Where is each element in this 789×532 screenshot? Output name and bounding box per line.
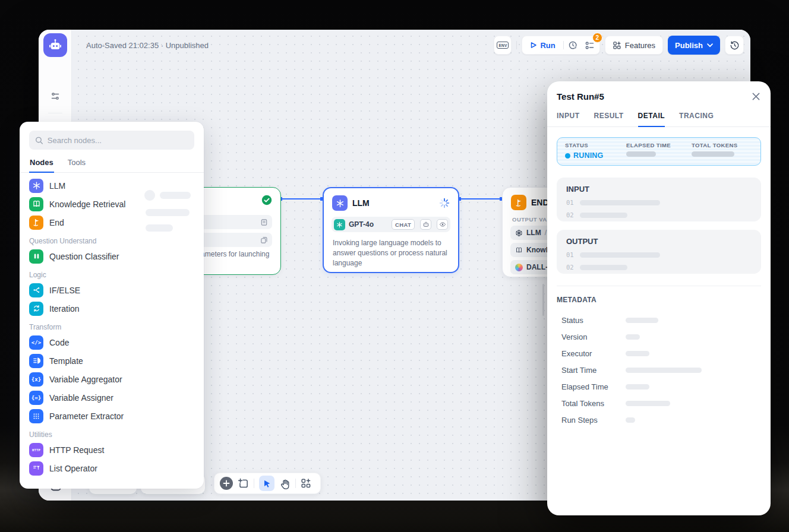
node-item-label: LLM (49, 181, 65, 191)
node-item-label: Variable Aggregator (49, 375, 122, 384)
separator: / (545, 229, 547, 237)
tab-tracing[interactable]: TRACING (679, 107, 714, 126)
copy-field-icon (260, 236, 268, 244)
skeleton-loader (626, 368, 702, 373)
metadata-label: Elapsed Time (561, 382, 621, 391)
if-else-icon (29, 283, 43, 297)
env-button[interactable]: ENV (494, 36, 512, 55)
scrollbar[interactable] (542, 284, 544, 316)
node-item-label: Iteration (49, 304, 80, 314)
success-check-icon (261, 195, 272, 208)
node-item-variable-assigner[interactable]: {=} Variable Assigner (24, 388, 199, 407)
section-utilities: Utilities (29, 430, 194, 439)
llm-node-title: LLM (352, 198, 370, 208)
input-section: INPUT 01 02 (557, 178, 761, 221)
node-item-question-classifier[interactable]: Question Classifier (24, 247, 199, 265)
row-number: 02 (566, 264, 574, 271)
metadata-row: Elapsed Time (557, 378, 761, 395)
tab-result[interactable]: RESULT (594, 107, 624, 126)
field-icon (260, 218, 268, 226)
agent-badge (420, 219, 431, 230)
skeleton-loader (626, 351, 649, 356)
node-item-label: IF/ELSE (49, 286, 80, 295)
hand-icon (279, 478, 291, 489)
run-button[interactable]: Run (523, 36, 561, 54)
close-button[interactable] (752, 93, 760, 100)
features-icon (613, 41, 621, 50)
node-item-parameter-extractor[interactable]: Parameter Extractor (24, 407, 199, 425)
node-item-list-operator[interactable]: List Operator (24, 459, 199, 477)
search-icon (35, 136, 43, 145)
skeleton-loader (626, 151, 656, 157)
http-request-icon: HTTP (29, 443, 43, 457)
hand-mode-button[interactable] (279, 478, 291, 489)
metadata-row: Status (557, 312, 761, 328)
node-item-label: Code (49, 338, 69, 347)
sliders-icon[interactable] (51, 91, 60, 103)
canvas-toolbar (214, 473, 321, 494)
total-tokens-label: TOTAL TOKENS (692, 142, 737, 148)
parameter-extractor-icon (29, 409, 43, 423)
node-item-http-request[interactable]: HTTP HTTP Request (24, 441, 199, 459)
template-icon (29, 354, 43, 368)
search-box[interactable] (29, 131, 194, 150)
cursor-icon (263, 479, 272, 488)
history-icon (730, 40, 740, 50)
row-number: 02 (566, 211, 574, 218)
node-preview-skeleton (144, 190, 198, 240)
history-button[interactable] (725, 36, 744, 55)
node-item-variable-aggregator[interactable]: {x} Variable Aggregator (24, 370, 199, 388)
edge-start-llm (281, 198, 323, 200)
tab-nodes[interactable]: Nodes (29, 156, 54, 173)
input-title: INPUT (566, 185, 752, 194)
skeleton-loader (580, 252, 660, 258)
organize-nodes-button[interactable] (301, 478, 311, 489)
pointer-mode-button[interactable] (259, 476, 274, 491)
code-icon: </> (29, 335, 43, 350)
publish-button[interactable]: Publish (668, 36, 720, 55)
add-node-button[interactable] (220, 477, 233, 490)
node-item-code[interactable]: </> Code (24, 333, 199, 352)
skeleton-loader (580, 213, 627, 218)
note-add-icon (238, 478, 249, 489)
variable-assigner-icon: {=} (29, 391, 43, 405)
test-run-title: Test Run#5 (557, 91, 604, 102)
metadata-row: Total Tokens (557, 395, 761, 411)
variable-node-name: LLM (526, 229, 541, 237)
tab-detail[interactable]: DETAIL (638, 107, 665, 127)
node-item-iteration[interactable]: Iteration (24, 299, 199, 318)
node-item-if-else[interactable]: IF/ELSE (24, 281, 199, 299)
row-number: 01 (566, 251, 574, 258)
clock-run-icon (568, 40, 578, 50)
app-robot-icon[interactable] (43, 33, 67, 57)
section-transform: Transform (29, 323, 194, 331)
model-selector[interactable]: GPT-4o CHAT (332, 217, 450, 232)
question-classifier-icon (29, 249, 43, 264)
llm-node[interactable]: LLM GPT-4o CHAT (323, 187, 459, 273)
end-node-icon (511, 195, 526, 210)
iteration-icon (29, 302, 43, 316)
metadata-row: Start Time (557, 362, 761, 378)
status-label: STATUS (565, 142, 604, 148)
node-item-template[interactable]: Template (24, 352, 199, 370)
checklist-button[interactable]: 2 (582, 37, 598, 53)
metadata-label: Status (561, 316, 621, 325)
divider (557, 286, 761, 286)
panel-tabs: Nodes Tools (20, 156, 204, 173)
run-label: Run (540, 41, 555, 50)
metadata-row: Executor (557, 345, 761, 362)
chevron-down-icon (707, 43, 713, 48)
preview-run-button[interactable] (565, 37, 582, 53)
add-note-button[interactable] (238, 478, 249, 489)
plus-icon (223, 480, 230, 487)
toolbar-divider (254, 479, 254, 488)
search-input[interactable] (48, 136, 188, 145)
tab-input[interactable]: INPUT (557, 107, 580, 126)
node-item-label: End (49, 218, 64, 227)
node-item-label: HTTP Request (49, 445, 104, 455)
edge-llm-end (459, 198, 502, 200)
features-button[interactable]: Features (605, 36, 663, 55)
node-item-label: Template (49, 356, 83, 366)
tab-tools[interactable]: Tools (67, 156, 86, 172)
vision-badge (437, 219, 448, 230)
